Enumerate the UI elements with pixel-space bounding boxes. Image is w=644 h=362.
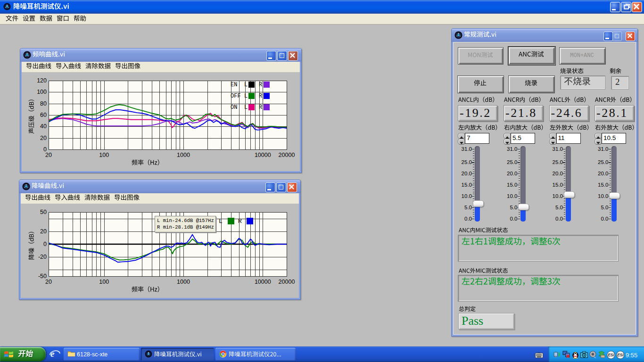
- svg-text:ESi: ESi: [608, 353, 614, 357]
- svg-text:ESi: ESi: [617, 353, 624, 357]
- svg-text:key: key: [538, 352, 540, 354]
